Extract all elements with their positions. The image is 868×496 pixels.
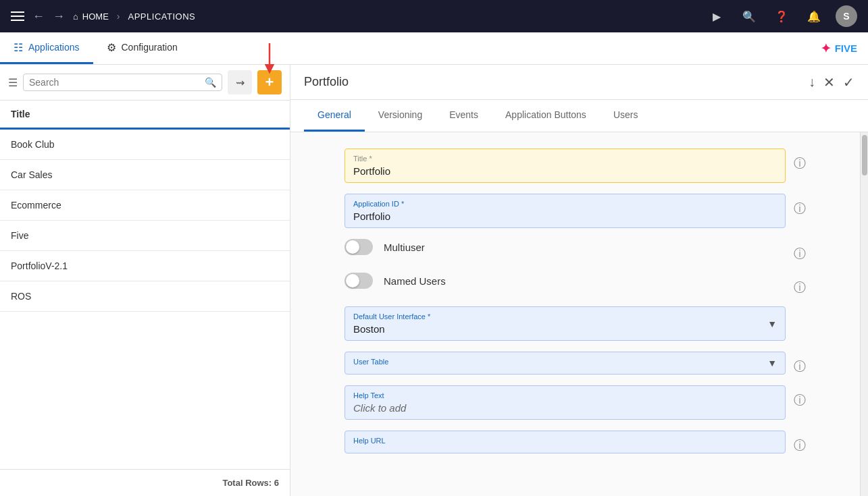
default-ui-label: Default User Interface * — [353, 312, 767, 321]
add-button-container: + — [257, 70, 282, 94]
user-avatar[interactable]: S — [836, 5, 857, 27]
export-icon: ⇝ — [236, 76, 245, 89]
general-tab-label: General — [317, 109, 351, 120]
user-table-help-icon[interactable]: ⓘ — [794, 358, 806, 375]
named-users-toggle-wrapper: Named Users — [344, 273, 786, 289]
main-tab-bar: ☷ Applications ⚙ Configuration ✦FIVE — [0, 32, 868, 65]
list-item-title: Book Club — [11, 139, 55, 150]
user-table-dropdown-arrow: ▼ — [767, 358, 777, 368]
five-logo: ✦FIVE — [821, 41, 857, 56]
title-help-icon[interactable]: ⓘ — [794, 155, 806, 171]
add-button[interactable]: + — [257, 70, 282, 94]
list-item-title: ROS — [11, 291, 31, 302]
app-id-field-inner: Application ID * Portfolio — [344, 194, 786, 228]
inner-tab-bar: General Versioning Events Application Bu… — [290, 100, 868, 132]
named-users-help-icon[interactable]: ⓘ — [794, 279, 806, 296]
title-field-label: Title * — [353, 155, 777, 163]
users-tab-label: Users — [613, 109, 638, 120]
nav-separator: › — [117, 11, 120, 22]
named-users-label: Named Users — [384, 275, 446, 287]
confirm-icon[interactable]: ✓ — [843, 74, 854, 90]
versioning-tab-label: Versioning — [378, 109, 422, 120]
tab-general[interactable]: General — [304, 100, 365, 132]
app-id-help-icon[interactable]: ⓘ — [794, 200, 806, 217]
multiuser-help-icon[interactable]: ⓘ — [794, 246, 806, 262]
list-item[interactable]: ROS — [0, 281, 290, 312]
list-item[interactable]: Car Sales — [0, 160, 290, 190]
applications-tab-label: Applications — [28, 42, 80, 53]
named-users-row: Named Users ⓘ — [344, 273, 806, 296]
list-item[interactable]: Ecommerce — [0, 190, 290, 221]
help-text-help-icon[interactable]: ⓘ — [794, 392, 806, 408]
applications-tab-icon: ☷ — [14, 41, 23, 54]
list-item[interactable]: PortfolioV-2.1 — [0, 251, 290, 281]
help-url-field-inner: Help URL — [344, 431, 786, 453]
list-item-title: Car Sales — [11, 169, 52, 180]
default-ui-inner: Default User Interface * Boston — [353, 312, 767, 335]
play-icon[interactable]: ▶ — [706, 5, 727, 27]
title-field-row: Title * Portfolio ⓘ — [344, 148, 806, 183]
forward-arrow[interactable]: → — [53, 9, 65, 24]
app-id-field-label: Application ID * — [353, 200, 777, 208]
default-ui-value: Boston — [353, 323, 767, 335]
search-input-wrapper: 🔍 — [23, 74, 222, 91]
help-text-label: Help Text — [353, 391, 777, 399]
tab-configuration[interactable]: ⚙ Configuration — [93, 32, 191, 64]
back-arrow[interactable]: ← — [32, 9, 45, 24]
list-item[interactable]: Book Club — [0, 130, 290, 160]
total-rows-label: Total Rows: 6 — [222, 478, 279, 488]
help-text-field[interactable]: Help Text Click to add — [344, 385, 786, 420]
main-layout: ☰ 🔍 ⇝ + — [0, 65, 868, 496]
sidebar-column-header: Title — [0, 101, 290, 130]
sidebar-toolbar: ☰ 🔍 ⇝ + — [0, 65, 290, 101]
app-id-field-row: Application ID * Portfolio ⓘ — [344, 194, 806, 228]
notification-icon[interactable]: 🔔 — [803, 5, 825, 27]
scroll-thumb[interactable] — [862, 135, 867, 175]
app-id-field-value: Portfolio — [353, 211, 777, 222]
top-navigation: ← → ⌂ HOME › APPLICATIONS ▶ 🔍 ❓ 🔔 S — [0, 0, 868, 32]
sidebar-list: Book Club Car Sales Ecommerce Five Portf… — [0, 130, 290, 469]
help-url-field[interactable]: Help URL — [344, 431, 786, 453]
content-title: Portfolio — [304, 75, 349, 89]
named-users-toggle[interactable] — [344, 273, 373, 289]
close-icon[interactable]: ✕ — [823, 74, 835, 90]
tab-users[interactable]: Users — [600, 100, 652, 132]
user-table-inner: User Table — [353, 358, 767, 368]
multiuser-label: Multiuser — [384, 242, 425, 253]
configuration-tab-icon: ⚙ — [107, 41, 116, 54]
home-nav[interactable]: ⌂ HOME — [73, 11, 109, 22]
help-url-row: Help URL ⓘ — [344, 431, 806, 453]
home-label: HOME — [82, 11, 109, 22]
default-ui-field[interactable]: Default User Interface * Boston ▼ — [344, 306, 786, 341]
user-table-field[interactable]: User Table ▼ — [344, 352, 786, 375]
filter-icon[interactable]: ☰ — [8, 76, 18, 89]
list-item[interactable]: Five — [0, 221, 290, 251]
title-field[interactable]: Title * Portfolio — [344, 148, 786, 183]
download-icon[interactable]: ↓ — [809, 74, 815, 90]
app-buttons-tab-label: Application Buttons — [505, 109, 586, 120]
multiuser-toggle[interactable] — [344, 239, 373, 255]
tab-application-buttons[interactable]: Application Buttons — [492, 100, 600, 132]
hamburger-menu[interactable] — [11, 11, 24, 21]
tab-versioning[interactable]: Versioning — [365, 100, 436, 132]
app-id-field[interactable]: Application ID * Portfolio — [344, 194, 786, 228]
content-panel: Portfolio ↓ ✕ ✓ General Versioning Event… — [290, 65, 868, 496]
add-icon: + — [265, 74, 274, 91]
scroll-track — [862, 135, 867, 493]
help-text-field-inner: Help Text Click to add — [344, 385, 786, 420]
tab-events[interactable]: Events — [436, 100, 492, 132]
help-url-help-icon[interactable]: ⓘ — [794, 437, 806, 453]
scrollbar[interactable] — [860, 132, 868, 496]
help-text-row: Help Text Click to add ⓘ — [344, 385, 806, 420]
default-ui-row: Default User Interface * Boston ▼ ⓘ — [344, 306, 806, 341]
multiuser-toggle-wrapper: Multiuser — [344, 239, 786, 255]
tab-applications[interactable]: ☷ Applications — [0, 32, 93, 64]
events-tab-label: Events — [449, 109, 478, 120]
search-input[interactable] — [29, 77, 205, 88]
title-field-inner: Title * Portfolio — [344, 148, 786, 183]
export-button[interactable]: ⇝ — [228, 70, 252, 94]
search-nav-icon[interactable]: 🔍 — [738, 5, 760, 27]
user-table-field-inner: User Table ▼ — [344, 352, 786, 375]
title-field-value: Portfolio — [353, 165, 777, 177]
help-nav-icon[interactable]: ❓ — [771, 5, 792, 27]
